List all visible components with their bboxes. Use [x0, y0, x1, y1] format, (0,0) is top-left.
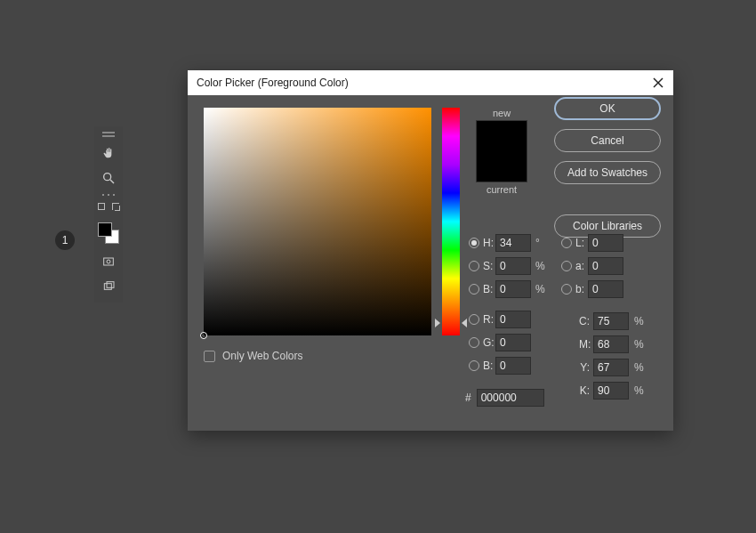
saturation-brightness-field[interactable]	[204, 108, 431, 335]
titlebar: Color Picker (Foreground Color)	[188, 70, 673, 95]
grip-icon	[102, 132, 115, 137]
cancel-button[interactable]: Cancel	[554, 129, 661, 152]
h-radio[interactable]	[469, 238, 479, 248]
s-radio[interactable]	[469, 261, 479, 271]
r-label: R:	[481, 313, 495, 326]
brightness-label: B:	[481, 283, 495, 295]
l-radio[interactable]	[561, 238, 572, 248]
m-input[interactable]	[593, 335, 629, 353]
svg-rect-2	[104, 258, 114, 265]
k-input[interactable]	[593, 382, 629, 400]
toolbar	[94, 126, 123, 303]
h-input[interactable]	[495, 234, 531, 252]
c-label: C:	[577, 315, 593, 327]
sb-cursor-icon	[200, 332, 207, 339]
g-input[interactable]	[495, 334, 531, 351]
l-label: L:	[574, 237, 588, 249]
hex-input[interactable]	[477, 389, 544, 407]
k-label: K:	[577, 384, 593, 397]
s-label: S:	[481, 260, 495, 272]
c-input[interactable]	[593, 312, 629, 330]
only-web-colors-checkbox[interactable]	[204, 351, 215, 362]
dialog-title: Color Picker (Foreground Color)	[197, 77, 650, 89]
brightness-input[interactable]	[495, 280, 531, 298]
svg-point-3	[107, 260, 110, 263]
r-radio[interactable]	[469, 314, 479, 325]
hue-slider-handle-left[interactable]	[435, 319, 440, 327]
r-input[interactable]	[495, 311, 531, 328]
foreground-color-swatch[interactable]	[98, 222, 112, 237]
blue-label: B:	[481, 359, 495, 372]
more-icon[interactable]	[108, 194, 109, 196]
blue-input[interactable]	[495, 357, 531, 375]
b-label: b:	[574, 283, 588, 295]
only-web-colors-label: Only Web Colors	[222, 350, 302, 362]
step-marker: 1	[55, 230, 75, 250]
l-input[interactable]	[588, 234, 623, 252]
g-label: G:	[481, 336, 495, 349]
svg-rect-5	[107, 282, 114, 288]
new-color-label: new	[473, 108, 530, 118]
m-label: M:	[577, 338, 593, 351]
hand-icon[interactable]	[100, 144, 117, 162]
s-input[interactable]	[495, 257, 531, 275]
foreground-background-swatch[interactable]	[98, 222, 119, 244]
hue-slider-handle-right[interactable]	[462, 319, 467, 327]
ok-button[interactable]: OK	[554, 97, 661, 120]
arrange-icon[interactable]	[98, 203, 119, 214]
current-color-label: current	[473, 184, 530, 195]
svg-rect-4	[104, 284, 111, 290]
add-to-swatches-button[interactable]: Add to Swatches	[554, 161, 661, 184]
y-input[interactable]	[593, 359, 629, 376]
new-current-swatch	[476, 120, 527, 182]
hex-hash-label: #	[465, 392, 471, 404]
b-radio[interactable]	[561, 284, 572, 295]
a-label: a:	[574, 260, 588, 272]
brightness-unit: %	[533, 283, 545, 295]
close-button[interactable]	[650, 75, 666, 91]
b-input[interactable]	[588, 280, 623, 298]
h-label: H:	[481, 237, 495, 249]
zoom-icon[interactable]	[100, 169, 117, 187]
cmyk-grid: C: % M: % Y: % K: %	[577, 312, 643, 400]
brightness-radio[interactable]	[469, 284, 479, 295]
s-unit: %	[533, 260, 545, 272]
hex-row: #	[465, 389, 544, 407]
hue-slider[interactable]	[442, 108, 460, 335]
g-radio[interactable]	[469, 337, 479, 348]
y-label: Y:	[577, 361, 593, 374]
quickmask-icon[interactable]	[100, 253, 117, 271]
new-color-preview	[477, 121, 527, 151]
blue-radio[interactable]	[469, 360, 479, 371]
screenmode-icon[interactable]	[100, 278, 117, 295]
h-unit: °	[533, 237, 545, 249]
svg-point-0	[104, 174, 111, 181]
a-input[interactable]	[588, 257, 623, 275]
a-radio[interactable]	[561, 261, 572, 271]
color-picker-dialog: Color Picker (Foreground Color) new curr…	[188, 70, 673, 431]
svg-line-1	[110, 180, 114, 183]
current-color-preview	[477, 151, 527, 182]
